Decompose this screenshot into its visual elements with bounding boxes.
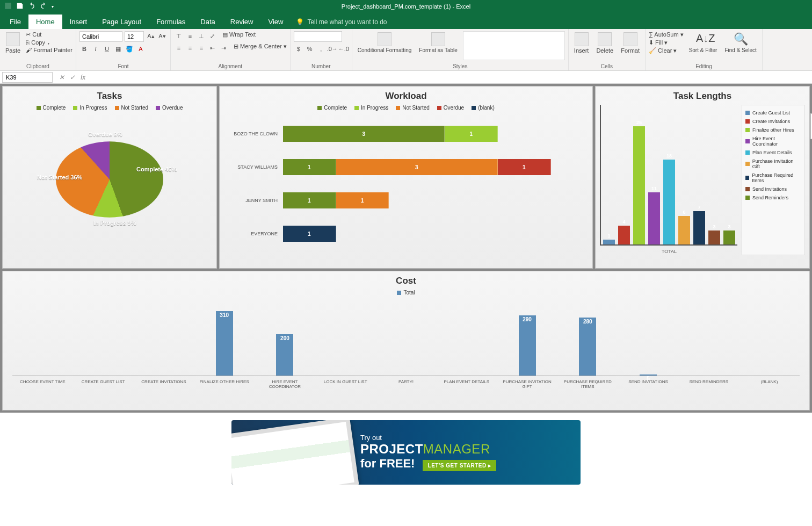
- cost-column: 280: [557, 301, 618, 376]
- tasklen-bar-value: 4: [618, 218, 630, 225]
- cost-bar-value: 310: [220, 312, 229, 318]
- workload-segment: 1: [445, 126, 498, 142]
- font-size-select[interactable]: [125, 31, 144, 42]
- comma-icon[interactable]: ,: [316, 44, 326, 54]
- cost-column-label: PURCHASE REQUIRED ITEMS: [557, 378, 618, 390]
- cost-column-label: SEND REMINDERS: [678, 378, 739, 390]
- number-format-select[interactable]: [294, 31, 342, 42]
- cost-bar: 200: [276, 334, 293, 376]
- align-center-icon[interactable]: ≡: [185, 43, 195, 53]
- cost-column: [678, 301, 739, 376]
- cost-panel[interactable]: Cost Total 3102002902805 CHOOSE EVENT TI…: [2, 271, 810, 410]
- cost-column: 200: [255, 301, 315, 376]
- ribbon-tabs: File Home Insert Page Layout Formulas Da…: [0, 13, 812, 29]
- italic-button[interactable]: I: [91, 44, 100, 54]
- sort-filter-button[interactable]: A↓ZSort & Filter: [687, 31, 720, 54]
- tab-page-layout[interactable]: Page Layout: [95, 15, 149, 29]
- insert-cells-button[interactable]: Insert: [572, 31, 591, 55]
- undo-icon[interactable]: [28, 2, 35, 11]
- fill-color-button[interactable]: 🪣: [125, 44, 134, 54]
- decrease-decimal-icon[interactable]: ←.0: [339, 44, 349, 54]
- align-left-icon[interactable]: ≡: [174, 43, 184, 53]
- workload-segment: 1: [283, 226, 336, 242]
- tab-data[interactable]: Data: [193, 15, 222, 29]
- save-icon[interactable]: [16, 2, 24, 11]
- format-as-table-button[interactable]: Format as Table: [417, 31, 460, 54]
- tab-review[interactable]: Review: [223, 15, 261, 29]
- workload-segment: 1: [283, 159, 336, 175]
- tasklen-bar-value: 3: [708, 223, 720, 229]
- tasklen-bar-value: 18: [663, 152, 675, 158]
- decrease-font-icon[interactable]: A▾: [157, 31, 167, 41]
- wrap-text-button[interactable]: ▤ Wrap Text: [222, 31, 256, 41]
- format-cells-button[interactable]: Format: [619, 31, 642, 55]
- tab-insert[interactable]: Insert: [62, 15, 95, 29]
- qat-dropdown-icon[interactable]: ▾: [52, 4, 54, 9]
- enter-formula-icon[interactable]: ✓: [70, 74, 75, 81]
- ad-cta-button[interactable]: LET'S GET STARTED ▸: [423, 460, 497, 471]
- paste-icon: [6, 32, 20, 46]
- format-painter-button[interactable]: 🖌 Format Painter: [26, 47, 73, 53]
- percent-icon[interactable]: %: [305, 44, 315, 54]
- cost-column-label: FINALIZE OTHER HIRES: [194, 378, 255, 390]
- tab-file[interactable]: File: [2, 15, 28, 29]
- increase-font-icon[interactable]: A▴: [146, 31, 156, 41]
- cost-column: [134, 301, 194, 376]
- cost-column-label: (BLANK): [739, 378, 800, 390]
- delete-cells-button[interactable]: Delete: [594, 31, 615, 55]
- workload-row-name: STACY WILLIAMS: [229, 164, 278, 170]
- cost-bar-value: 290: [523, 316, 532, 322]
- font-color-button[interactable]: A: [136, 44, 146, 54]
- cost-column-label: HIRE EVENT COORDINATOR: [255, 378, 315, 390]
- cost-column-label: CREATE INVITATIONS: [134, 378, 194, 390]
- workload-panel[interactable]: Workload Complete In Progress Not Starte…: [219, 86, 593, 269]
- cost-column: [315, 301, 376, 376]
- align-middle-icon[interactable]: ≡: [185, 31, 195, 41]
- cut-button[interactable]: ✂ Cut: [26, 31, 73, 38]
- task-lengths-panel[interactable]: Task Lengths 142511186733TOTAL Create Gu…: [595, 86, 810, 269]
- tab-home[interactable]: Home: [28, 15, 62, 29]
- fill-button[interactable]: ⬇ Fill ▾: [649, 39, 684, 46]
- align-bottom-icon[interactable]: ⊥: [197, 31, 206, 41]
- tell-me-search[interactable]: 💡 Tell me what you want to do: [296, 18, 387, 29]
- task-lengths-chart: 142511186733TOTAL: [600, 105, 737, 246]
- tasks-panel[interactable]: Tasks Complete In Progress Not Started O…: [2, 86, 217, 269]
- bold-button[interactable]: B: [79, 44, 89, 54]
- paste-button[interactable]: Paste: [3, 31, 23, 55]
- redo-icon[interactable]: [40, 2, 47, 11]
- conditional-formatting-button[interactable]: Conditional Formatting: [356, 31, 414, 54]
- cell-styles-gallery[interactable]: [463, 31, 565, 60]
- decrease-indent-icon[interactable]: ⇤: [208, 43, 218, 53]
- increase-decimal-icon[interactable]: .0→: [328, 44, 337, 54]
- border-button[interactable]: ▦: [113, 44, 123, 54]
- merge-center-button[interactable]: ⊞ Merge & Center ▾: [234, 43, 287, 53]
- cost-column-label: PURCHASE INVITATION GIFT: [497, 378, 557, 390]
- align-top-icon[interactable]: ⊤: [174, 31, 184, 41]
- cancel-formula-icon[interactable]: ✕: [59, 74, 64, 81]
- tasklen-bar: 6: [678, 216, 690, 244]
- projectmanager-ad[interactable]: Try out PROJECTMANAGER for FREE! LET'S G…: [231, 420, 581, 485]
- cost-bar: 310: [216, 311, 233, 376]
- copy-button[interactable]: ⎘ Copy ▾: [26, 39, 73, 46]
- clear-button[interactable]: 🧹 Clear ▾: [649, 47, 684, 54]
- underline-button[interactable]: U: [102, 44, 112, 54]
- pie-label-overdue: Overdue 9%: [88, 131, 122, 138]
- orientation-icon[interactable]: ⤢: [208, 31, 218, 41]
- align-right-icon[interactable]: ≡: [197, 43, 206, 53]
- autosum-button[interactable]: ∑ AutoSum ▾: [649, 31, 684, 38]
- tab-view[interactable]: View: [260, 15, 291, 29]
- font-name-select[interactable]: [79, 31, 122, 42]
- tasklen-bar-value: 25: [633, 119, 645, 125]
- tab-formulas[interactable]: Formulas: [149, 15, 193, 29]
- find-select-button[interactable]: 🔍Find & Select: [722, 31, 758, 54]
- group-font: A▴ A▾ B I U ▦ 🪣 A Font: [76, 29, 171, 70]
- workload-row-name: BOZO THE CLOWN: [229, 131, 278, 136]
- name-box[interactable]: [2, 72, 53, 83]
- formula-input[interactable]: [90, 72, 812, 83]
- cost-labels: CHOOSE EVENT TIMECREATE GUEST LISTCREATE…: [12, 378, 800, 390]
- increase-indent-icon[interactable]: ⇥: [219, 43, 229, 53]
- currency-icon[interactable]: $: [294, 44, 303, 54]
- fx-icon[interactable]: fx: [81, 74, 85, 81]
- tasklen-bar: 3: [723, 230, 735, 244]
- cost-title: Cost: [7, 276, 805, 286]
